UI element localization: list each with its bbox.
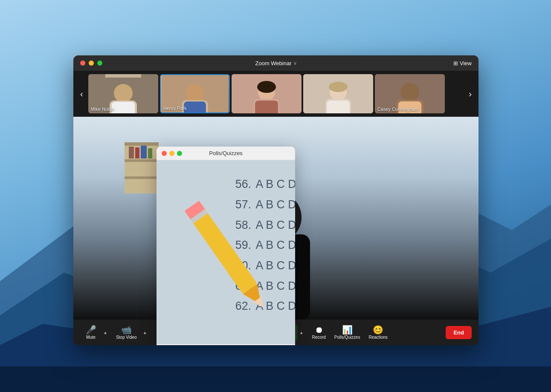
mute-icon: 🎤 bbox=[86, 326, 96, 334]
mute-caret[interactable]: ▲ bbox=[102, 329, 108, 337]
video-group: 📹 Stop Video ▲ bbox=[112, 324, 148, 341]
view-icon: ⊞ bbox=[453, 60, 458, 66]
svg-point-10 bbox=[186, 84, 204, 102]
modal-traffic-lights bbox=[162, 151, 182, 156]
participants-strip: ‹ Mike Nolan bbox=[73, 71, 478, 117]
svg-rect-29 bbox=[125, 159, 159, 162]
mute-group: 🎤 Mute ▲ bbox=[80, 324, 108, 341]
svg-rect-22 bbox=[327, 101, 350, 113]
window-title: Zoom Webinar ∨ bbox=[255, 60, 296, 66]
svg-point-24 bbox=[400, 83, 419, 101]
view-button[interactable]: ⊞ View bbox=[453, 60, 472, 66]
close-button[interactable] bbox=[80, 61, 85, 66]
maximize-button[interactable] bbox=[97, 61, 102, 66]
participant-thumb-henry[interactable]: Henry Park bbox=[160, 74, 230, 113]
participant-thumbnails: Mike Nolan Henry Park bbox=[88, 74, 464, 113]
polls-icon: 📊 bbox=[342, 326, 353, 334]
svg-point-16 bbox=[257, 81, 276, 93]
video-icon: 📹 bbox=[121, 326, 132, 334]
next-nav-button[interactable]: › bbox=[465, 86, 475, 102]
polls-quizzes-modal[interactable]: Polls/Quizzes Pop Quiz Poll | 9 question… bbox=[157, 147, 295, 345]
participant-thumb-person4[interactable] bbox=[303, 74, 373, 113]
zoom-window: Zoom Webinar ∨ ⊞ View ‹ bbox=[73, 55, 478, 345]
title-bar: Zoom Webinar ∨ ⊞ View bbox=[73, 55, 478, 71]
svg-rect-5 bbox=[105, 74, 141, 78]
svg-point-6 bbox=[114, 84, 133, 103]
prev-nav-button[interactable]: ‹ bbox=[77, 86, 87, 102]
participant-thumb-person3[interactable] bbox=[232, 74, 302, 113]
svg-text:A  B  C  D: A B C D bbox=[255, 280, 287, 292]
participant-thumb-casey[interactable]: Casey Cunningham bbox=[375, 74, 445, 113]
svg-point-21 bbox=[329, 82, 348, 92]
minimize-button[interactable] bbox=[89, 61, 94, 66]
svg-rect-33 bbox=[141, 146, 147, 159]
svg-rect-32 bbox=[135, 147, 139, 159]
video-caret[interactable]: ▲ bbox=[142, 329, 148, 337]
record-icon: ⏺ bbox=[315, 326, 323, 334]
modal-footer: Edit Poll ↗ Launch bbox=[157, 344, 295, 345]
svg-rect-3 bbox=[0, 366, 551, 392]
svg-rect-31 bbox=[129, 147, 134, 159]
participant-name-mike: Mike Nolan bbox=[91, 107, 114, 112]
reactions-button[interactable]: 😊 Reactions bbox=[364, 324, 392, 341]
end-button[interactable]: End bbox=[446, 326, 472, 339]
svg-rect-34 bbox=[148, 148, 152, 159]
svg-rect-12 bbox=[184, 101, 206, 112]
svg-rect-8 bbox=[112, 102, 135, 113]
reactions-icon: 😊 bbox=[373, 326, 383, 334]
mute-button[interactable]: 🎤 Mute bbox=[80, 324, 102, 341]
participant-name-casey: Casey Cunningham bbox=[377, 107, 419, 112]
polls-quizzes-button[interactable]: 📊 Polls/Quizzes bbox=[330, 324, 365, 341]
modal-minimize-button[interactable] bbox=[169, 151, 174, 156]
svg-rect-28 bbox=[125, 142, 159, 146]
stop-video-button[interactable]: 📹 Stop Video bbox=[112, 324, 141, 341]
quiz-image: 28. A B C D 29. A B C D 30. A B C D 31. … bbox=[165, 276, 287, 337]
share-caret[interactable]: ▲ bbox=[299, 329, 304, 337]
modal-close-button[interactable] bbox=[162, 151, 167, 156]
svg-text:62.: 62. bbox=[235, 300, 251, 312]
modal-maximize-button[interactable] bbox=[177, 151, 182, 156]
modal-title: Polls/Quizzes bbox=[209, 150, 243, 156]
traffic-lights bbox=[80, 61, 102, 66]
participant-name-henry: Henry Park bbox=[163, 106, 187, 111]
modal-titlebar: Polls/Quizzes bbox=[157, 147, 295, 160]
svg-rect-17 bbox=[255, 101, 278, 113]
svg-rect-30 bbox=[125, 176, 159, 179]
record-button[interactable]: ⏺ Record bbox=[308, 324, 330, 341]
participant-thumb-mike[interactable]: Mike Nolan bbox=[88, 74, 158, 113]
modal-body: Pop Quiz Poll | 9 questions 1. Put 15/45… bbox=[157, 160, 295, 344]
